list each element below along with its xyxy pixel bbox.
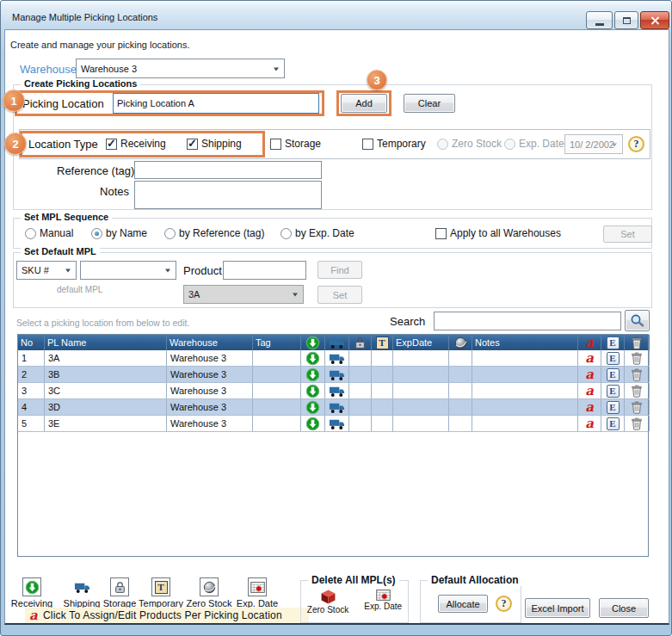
column-header-temporary-icon[interactable]: T: [372, 335, 393, 350]
cell-assign[interactable]: a: [578, 399, 601, 415]
delete-icon[interactable]: [632, 352, 642, 365]
table-row[interactable]: 23BWarehouse 3aE: [18, 367, 648, 383]
clear-button[interactable]: Clear: [404, 94, 455, 113]
table-row[interactable]: 53EWarehouse 3aE: [18, 416, 648, 432]
column-header-expdate[interactable]: ExpDate: [393, 335, 449, 350]
column-header-pl_name[interactable]: PL Name: [45, 335, 167, 350]
close-window-button[interactable]: [640, 11, 669, 29]
radio-circle[interactable]: [25, 228, 36, 239]
cell-delete[interactable]: [625, 416, 650, 431]
edit-icon[interactable]: E: [607, 352, 620, 365]
assign-icon[interactable]: a: [585, 401, 594, 414]
edit-icon[interactable]: E: [607, 417, 620, 430]
cell-delete[interactable]: [625, 383, 650, 398]
delete-all-exp-date[interactable]: Exp. Date: [364, 589, 402, 614]
product-input[interactable]: [223, 261, 306, 280]
cell-zero_stock: [449, 367, 472, 382]
assign-icon[interactable]: a: [585, 417, 594, 430]
column-header-assign-icon[interactable]: a: [578, 335, 601, 350]
sequence-radio-manual[interactable]: Manual: [25, 227, 73, 239]
cell-expdate: [393, 350, 449, 366]
temporary-checkbox-box[interactable]: [362, 139, 373, 150]
product-id-select[interactable]: [80, 261, 176, 280]
cell-assign[interactable]: a: [578, 383, 601, 398]
column-header-notes[interactable]: Notes: [472, 335, 578, 350]
reference-label: Reference (tag): [57, 164, 129, 177]
column-header-receiving-icon[interactable]: [301, 335, 325, 350]
search-button[interactable]: [625, 310, 650, 331]
radio-circle[interactable]: [281, 228, 292, 239]
help-icon[interactable]: ?: [496, 596, 512, 612]
allocate-button[interactable]: Allocate: [438, 595, 488, 613]
cell-delete[interactable]: [625, 350, 650, 366]
cell-assign[interactable]: a: [578, 350, 601, 366]
assign-icon[interactable]: a: [585, 352, 594, 365]
maximize-button[interactable]: [614, 11, 638, 29]
cell-shipping: [325, 367, 349, 382]
close-button[interactable]: Close: [599, 598, 649, 618]
notes-input[interactable]: [134, 181, 322, 209]
assign-icon[interactable]: a: [585, 385, 594, 398]
warehouse-select[interactable]: Warehouse 3: [76, 59, 285, 78]
zero-stock-cube-icon[interactable]: [307, 589, 348, 605]
delete-icon[interactable]: [632, 368, 642, 381]
apply-all-warehouses-checkbox[interactable]: Apply to all Warehouses: [435, 227, 561, 239]
help-icon[interactable]: ?: [628, 136, 644, 152]
delete-icon[interactable]: [632, 417, 642, 430]
add-button[interactable]: Add: [341, 94, 387, 113]
column-header-delete-icon[interactable]: [625, 335, 650, 350]
column-header-edit-icon[interactable]: E: [601, 335, 625, 350]
picking-location-input[interactable]: [113, 93, 319, 114]
cell-temporary: [372, 367, 393, 382]
sequence-radio-by-reference-tag[interactable]: by Reference (tag): [164, 227, 264, 239]
table-row[interactable]: 43DWarehouse 3aE: [18, 399, 648, 416]
radio-circle[interactable]: [91, 228, 102, 239]
receiving-checkbox[interactable]: Receiving: [106, 138, 166, 150]
table-row[interactable]: 33CWarehouse 3aE: [18, 383, 648, 399]
column-header-shipping-icon[interactable]: [325, 335, 349, 350]
table-row[interactable]: 13AWarehouse 3aE: [18, 350, 648, 367]
shipping-checkbox[interactable]: Shipping: [187, 138, 242, 150]
column-header-tag[interactable]: Tag: [253, 335, 301, 350]
receiving-checkbox-box[interactable]: [106, 139, 117, 150]
sku-select[interactable]: SKU #: [16, 261, 77, 280]
column-header-warehouse[interactable]: Warehouse: [167, 335, 253, 350]
cell-assign[interactable]: a: [578, 367, 601, 382]
delete-icon[interactable]: [632, 401, 642, 414]
edit-icon[interactable]: E: [607, 368, 620, 381]
apply-all-checkbox-box[interactable]: [435, 228, 447, 239]
storage-checkbox[interactable]: Storage: [270, 138, 321, 150]
search-input[interactable]: [434, 312, 621, 330]
cell-assign[interactable]: a: [578, 416, 601, 431]
radio-circle[interactable]: [164, 228, 176, 239]
cell-zero_stock: [449, 383, 472, 398]
cell-storage: [349, 383, 372, 398]
delete-icon[interactable]: [632, 385, 642, 398]
sequence-radio-by-exp-date[interactable]: by Exp. Date: [281, 227, 354, 239]
shipping-checkbox-box[interactable]: [187, 139, 198, 150]
delete-all-zero-stock-cube[interactable]: Zero Stock: [307, 589, 348, 614]
storage-checkbox-box[interactable]: [270, 139, 281, 150]
column-header-zero-stock-icon[interactable]: [449, 335, 472, 350]
cell-edit[interactable]: E: [601, 399, 625, 415]
reference-input[interactable]: [134, 161, 322, 179]
cell-tag: [253, 367, 301, 382]
cell-edit[interactable]: E: [601, 350, 625, 366]
cell-edit[interactable]: E: [601, 383, 625, 398]
default-mpl-select: 3A: [183, 285, 304, 304]
column-header-storage-icon[interactable]: [349, 335, 372, 350]
cell-edit[interactable]: E: [601, 416, 625, 431]
column-header-no[interactable]: No: [18, 335, 45, 350]
temporary-checkbox[interactable]: Temporary: [362, 138, 426, 150]
exp-date-radio-circle: [504, 139, 515, 150]
minimize-button[interactable]: [586, 11, 613, 29]
excel-import-button[interactable]: Excel Import: [525, 598, 590, 618]
exp-date-icon[interactable]: [364, 589, 402, 602]
assign-icon[interactable]: a: [585, 368, 594, 381]
cell-delete[interactable]: [625, 367, 650, 382]
cell-delete[interactable]: [625, 399, 650, 415]
edit-icon[interactable]: E: [607, 401, 620, 414]
sequence-radio-by-name[interactable]: by Name: [91, 227, 147, 239]
edit-icon[interactable]: E: [607, 385, 620, 398]
cell-edit[interactable]: E: [601, 367, 625, 382]
